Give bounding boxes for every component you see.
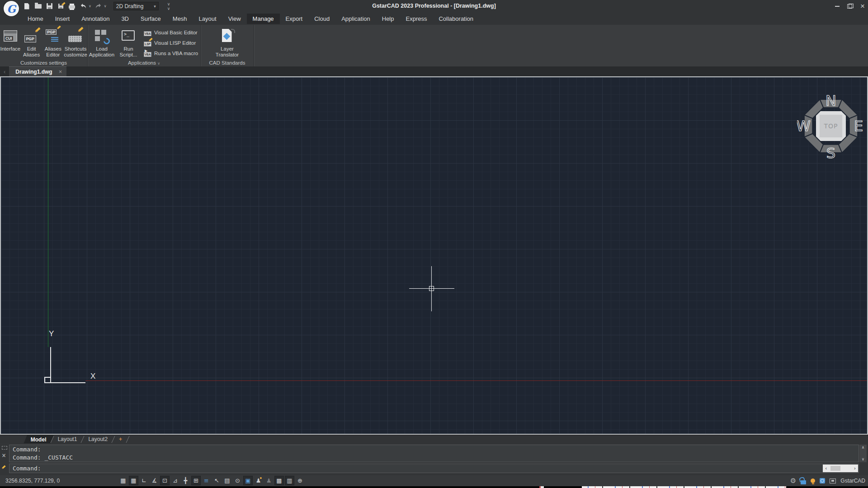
redo-button[interactable]: [94, 2, 103, 10]
command-edit-icon: [1, 465, 6, 469]
command-grip-icon[interactable]: [2, 446, 7, 450]
print-button[interactable]: [68, 2, 76, 10]
workspace-select[interactable]: 2D Drafting ▾: [113, 2, 159, 10]
undo-button[interactable]: [79, 2, 87, 10]
shortcuts-customize-button[interactable]: Shortcuts customize: [64, 26, 87, 60]
viewcube-north-label[interactable]: N: [826, 92, 836, 109]
layer-translator-button[interactable]: Layer Translator: [212, 26, 243, 60]
ribbon-tab-manage[interactable]: Manage: [247, 14, 280, 24]
restore-button[interactable]: [847, 4, 853, 9]
layout-tab-layout2[interactable]: Layout2: [83, 435, 113, 444]
viewcube-south-label[interactable]: S: [826, 145, 835, 160]
ribbon-tab-collaboration[interactable]: Collaboration: [433, 14, 479, 24]
group-label-customizes-settings: Customizes settings: [0, 60, 87, 66]
ribbon-tab-layout[interactable]: Layout: [193, 14, 222, 24]
ribbon-tab-view[interactable]: View: [222, 14, 247, 24]
viewcube-top-label[interactable]: TOP: [823, 122, 838, 130]
visual-lisp-editor-button[interactable]: LSP Visual LISP Editor: [144, 38, 198, 47]
visual-basic-editor-button[interactable]: VBA Visual Basic Editor: [144, 28, 198, 37]
document-tab-drawing1[interactable]: Drawing1.dwg ×: [9, 66, 66, 76]
dynamic-input-toggle[interactable]: ⊞: [191, 476, 201, 485]
hardware-monitor-icon[interactable]: [820, 478, 825, 483]
settings-gear-icon[interactable]: ⚙: [790, 477, 796, 485]
viewcube-east-label[interactable]: E: [854, 117, 863, 135]
cursor-coordinates: 3256.8325, 777.129, 0: [5, 478, 60, 484]
chevron-down-icon: ∨: [157, 61, 160, 66]
share-toggle[interactable]: ♟: [264, 476, 274, 485]
command-close-icon[interactable]: ×: [2, 451, 6, 460]
ribbon-tab-3d[interactable]: 3D: [115, 14, 135, 24]
ribbon-tab-express[interactable]: Express: [400, 14, 433, 24]
fullscreen-icon[interactable]: [830, 479, 836, 483]
command-input[interactable]: Command:: [9, 464, 859, 473]
aliases-editor-button[interactable]: PGP Aliases Editor: [42, 26, 64, 60]
command-history[interactable]: Command: Command: _CUSTACC: [9, 445, 859, 462]
ribbon-tab-surface[interactable]: Surface: [135, 14, 167, 24]
ribbon-tab-help[interactable]: Help: [376, 14, 400, 24]
polar-tracking-toggle[interactable]: ∡: [150, 476, 159, 485]
viewcube[interactable]: TOP N S W E: [797, 92, 865, 160]
layout-tab-layout1[interactable]: Layout1: [52, 435, 83, 444]
drawing-canvas[interactable]: Y X TOP N S W E: [0, 76, 868, 435]
close-button[interactable]: ×: [860, 4, 865, 9]
ribbon-tab-home[interactable]: Home: [22, 14, 49, 24]
collaboration-toggle[interactable]: ♟: [254, 476, 263, 485]
viewcube-west-label[interactable]: W: [797, 117, 811, 135]
undo-dropdown-icon[interactable]: ∨: [89, 4, 91, 8]
quick-properties-toggle[interactable]: ▤: [222, 476, 232, 485]
qat-customize-button[interactable]: ∨∨: [167, 2, 170, 11]
lineweight-toggle[interactable]: ≡: [202, 476, 211, 485]
add-layout-button[interactable]: +: [113, 435, 127, 444]
window-title: GstarCAD 2023 Professional - [Drawing1.d…: [372, 3, 496, 9]
y-axis-line: [48, 77, 48, 347]
run-script-button[interactable]: >_ Run Script...: [116, 26, 141, 60]
group-label-applications[interactable]: Applications ∨: [88, 60, 200, 66]
minimize-button[interactable]: [835, 4, 840, 9]
quick-access-toolbar: ∨ ∨ 2D Drafting ▾ ∨∨: [23, 1, 170, 11]
tab-close-icon[interactable]: ×: [59, 68, 62, 75]
clean-screen-toggle[interactable]: ⊕: [295, 476, 305, 485]
ortho-toggle[interactable]: ∟: [139, 476, 149, 485]
save-button[interactable]: [45, 2, 53, 10]
lightbulb-icon[interactable]: [811, 479, 815, 483]
x-axis-line: [85, 380, 867, 381]
ribbon-tab-application[interactable]: Application: [335, 14, 376, 24]
command-input-scrollbar[interactable]: ‹ ›: [823, 465, 858, 472]
interface-button[interactable]: CUI Interface: [0, 26, 21, 60]
viewports-toggle[interactable]: ▣: [243, 476, 253, 485]
command-history-scrollbar[interactable]: ∧ ∨: [859, 445, 867, 462]
scroll-left-icon[interactable]: ‹: [825, 465, 828, 471]
object-snap-toggle[interactable]: ⊡: [160, 476, 170, 485]
tab-nav-back-icon[interactable]: ‹: [0, 68, 9, 75]
ribbon-tab-cloud[interactable]: Cloud: [308, 14, 335, 24]
ribbon-tab-insert[interactable]: Insert: [49, 14, 76, 24]
object-snap-angle-toggle[interactable]: ⊿: [170, 476, 180, 485]
workspace-value: 2D Drafting: [116, 3, 144, 9]
scroll-down-icon[interactable]: ∨: [862, 457, 864, 461]
selection-cycling-toggle[interactable]: ↖: [212, 476, 222, 485]
unlock-icon[interactable]: [801, 480, 806, 484]
snap-toggle[interactable]: ▦: [118, 476, 128, 485]
grid-toggle[interactable]: ▦: [129, 476, 138, 485]
ucs-y-arm: [50, 347, 51, 377]
ribbon-tab-mesh[interactable]: Mesh: [167, 14, 193, 24]
gstarcad-logo-icon[interactable]: G: [4, 1, 19, 16]
save-as-button[interactable]: [57, 2, 65, 10]
edit-aliases-button[interactable]: PGP Edit Aliases: [21, 26, 42, 60]
scrollbar-thumb[interactable]: [830, 466, 840, 471]
object-snap-tracking-toggle[interactable]: ╋: [181, 476, 190, 485]
scroll-right-icon[interactable]: ›: [853, 465, 856, 471]
run-vba-macro-button[interactable]: ▶VBA Runs a VBA macro: [144, 49, 198, 58]
ribbon-tab-export[interactable]: Export: [280, 14, 309, 24]
open-file-button[interactable]: [34, 2, 42, 10]
layout-tab-model[interactable]: Model: [24, 435, 53, 444]
status-bar: 3256.8325, 777.129, 0 ▦ ▦ ∟ ∡ ⊡ ⊿ ╋ ⊞ ≡ …: [0, 475, 868, 486]
zoom-preview-toggle[interactable]: ⊙: [233, 476, 242, 485]
render-quality-toggle[interactable]: ▩: [274, 476, 284, 485]
panel-toggle[interactable]: ▥: [285, 476, 294, 485]
new-file-button[interactable]: [23, 2, 31, 10]
ribbon-tab-annotation[interactable]: Annotation: [75, 14, 115, 24]
scroll-up-icon[interactable]: ∧: [862, 446, 864, 450]
load-application-button[interactable]: Load Application: [88, 26, 116, 60]
redo-dropdown-icon[interactable]: ∨: [104, 4, 107, 8]
